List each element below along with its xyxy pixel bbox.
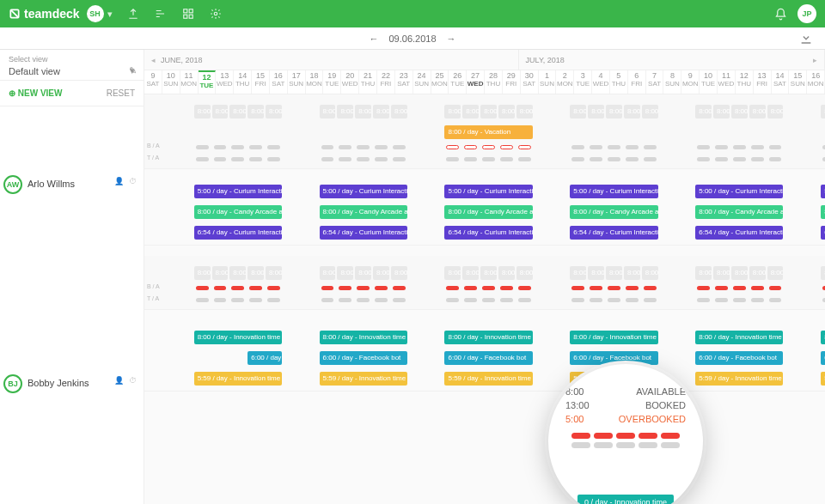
chevron-down-icon[interactable]: ▾: [107, 9, 113, 20]
booking-block[interactable]: 8:00 / day: [695, 266, 712, 280]
day-column[interactable]: 30SAT: [521, 70, 539, 94]
booking-block[interactable]: 8:00 / day: [266, 105, 282, 118]
booking-block[interactable]: 8:00 / day: [337, 105, 353, 118]
date-prev-icon[interactable]: ←: [369, 33, 378, 44]
day-column[interactable]: 23SAT: [395, 70, 413, 94]
booking-block[interactable]: 8:00 / day: [749, 266, 766, 280]
booking-block[interactable]: 8:00 / day: [570, 105, 586, 118]
booking-block[interactable]: 8:00 / day: [229, 105, 246, 118]
booking-block[interactable]: 8:00 / day: [337, 266, 353, 280]
day-column[interactable]: 15FRI: [252, 70, 270, 94]
booking-block[interactable]: 5:59 / day - Innovation time off: [320, 372, 407, 386]
booking-block[interactable]: 8:00 / day: [606, 266, 622, 280]
resource-row[interactable]: BJ Bobby Jenkins 👤⏱: [0, 371, 144, 464]
booking-block[interactable]: 8:00 / day: [713, 266, 730, 280]
current-date[interactable]: 09.06.2018: [388, 33, 436, 44]
booking-block[interactable]: 8:00 / day: [355, 266, 371, 280]
booking-block[interactable]: 8:00 / day: [588, 105, 604, 118]
gear-icon[interactable]: [209, 7, 223, 21]
booking-block[interactable]: 8:00 / day: [444, 105, 461, 118]
booking-block[interactable]: 8:00 / day: [821, 105, 825, 118]
booking-block[interactable]: 6:00 / day - Facebook bot: [695, 351, 783, 365]
booking-block[interactable]: 8:00 / day: [480, 105, 497, 118]
booking-block[interactable]: 8:00 / day - Innovation time off: [194, 331, 282, 344]
booking-block[interactable]: 6:54 / day - Curium Interactive: [320, 226, 407, 240]
schedule-canvas[interactable]: 8:00 / day8:00 / day8:00 / day8:00 / day…: [144, 94, 825, 397]
booking-block[interactable]: 8:00 / day - Candy Arcade app: [444, 205, 532, 219]
booking-block[interactable]: 5:00 / day - Curium Interactive: [444, 185, 532, 198]
day-column[interactable]: 6FRI: [628, 70, 646, 94]
booking-block[interactable]: 5:59 / day - Innovation time off: [194, 372, 282, 386]
day-column[interactable]: 12TUE: [199, 70, 217, 94]
booking-block[interactable]: 8:00 / day - Innovation time off: [821, 331, 825, 344]
day-column[interactable]: 4WED: [592, 70, 610, 94]
bell-icon[interactable]: [773, 7, 787, 21]
booking-block[interactable]: 8:00 / day - Vacation: [444, 125, 532, 139]
day-column[interactable]: 19TUE: [323, 70, 341, 94]
day-column[interactable]: 10SUN: [162, 70, 180, 94]
booking-block[interactable]: 6:00 / day - Facebook bot: [821, 351, 825, 365]
booking-block[interactable]: 8:00 / day: [212, 105, 229, 118]
booking-block[interactable]: 8:00 / day: [516, 266, 533, 280]
month-right[interactable]: JULY, 2018▸: [519, 50, 825, 70]
day-column[interactable]: 1SUN: [539, 70, 557, 94]
day-column[interactable]: 14THU: [234, 70, 252, 94]
booking-block[interactable]: 8:00 / day: [642, 105, 658, 118]
month-left[interactable]: ◂JUNE, 2018: [144, 50, 519, 70]
booking-block[interactable]: 8:00 / day - Candy Arcade app: [320, 205, 407, 219]
booking-block[interactable]: 8:00 / day: [713, 105, 730, 118]
booking-block[interactable]: 6:00 / day - Facebook bot: [444, 351, 532, 365]
day-column[interactable]: 12THU: [736, 70, 754, 94]
booking-block[interactable]: 5:00 / day - Curium Interactive: [695, 185, 783, 198]
booking-block[interactable]: 8:00 / day: [462, 266, 479, 280]
booking-block[interactable]: 5:59 / day - Innovation time off: [444, 372, 532, 386]
booking-block[interactable]: 8:00 / day: [624, 266, 640, 280]
booking-block[interactable]: 8:00 / day: [462, 105, 479, 118]
booking-block[interactable]: 8:00 / day - Candy Arcade app: [570, 205, 657, 219]
booking-block[interactable]: 6:00 / day - Facebook bot: [570, 351, 657, 365]
reset-button[interactable]: RESET: [107, 88, 135, 98]
booking-block[interactable]: 8:00 / day: [320, 105, 336, 118]
day-column[interactable]: 17SUN: [288, 70, 306, 94]
booking-block[interactable]: 5:59 / day - Innovation time off: [821, 372, 825, 386]
booking-block[interactable]: 8:00 / day: [194, 105, 211, 118]
export-icon[interactable]: [126, 7, 140, 21]
day-column[interactable]: 21THU: [359, 70, 377, 94]
view-selector[interactable]: Select view Default view ▾ ✎: [0, 50, 144, 81]
booking-block[interactable]: 8:00 / day - Candy Arcade app: [821, 205, 825, 219]
booking-block[interactable]: 5:00 / day - Curium Interactive: [570, 185, 657, 198]
booking-block[interactable]: 8:00 / day: [642, 266, 658, 280]
booking-block[interactable]: 8:00 / day: [444, 266, 461, 280]
booking-block[interactable]: 5:00 / day - Curium Interactive: [320, 185, 407, 198]
day-column[interactable]: 18MON: [306, 70, 324, 94]
workspace-avatar[interactable]: SH: [87, 5, 104, 22]
booking-block[interactable]: 6:00 / day - Facebook bot: [320, 351, 407, 365]
booking-block[interactable]: 8:00 / day: [731, 266, 748, 280]
booking-block[interactable]: 8:00 / day: [498, 266, 515, 280]
day-column[interactable]: 29FRI: [503, 70, 521, 94]
booking-block[interactable]: 6:54 / day - Curium Interactive: [821, 226, 825, 240]
booking-block[interactable]: 8:00 / day: [266, 266, 282, 280]
booking-block[interactable]: 8:00 / day: [229, 266, 246, 280]
booking-block[interactable]: 8:00 / day - Innovation time off: [444, 331, 532, 344]
booking-block[interactable]: 8:00 / day - Candy Arcade app: [194, 205, 282, 219]
edit-view-icon[interactable]: ✎: [129, 65, 137, 76]
booking-block[interactable]: 8:00 / day: [570, 266, 586, 280]
booking-block[interactable]: 8:00 / day: [194, 266, 211, 280]
day-column[interactable]: 10TUE: [700, 70, 718, 94]
booking-block[interactable]: 6:00 / day: [248, 351, 282, 365]
booking-block[interactable]: 8:00 / day: [480, 266, 497, 280]
timeline-icon[interactable]: [154, 7, 168, 21]
day-column[interactable]: 2MON: [556, 70, 574, 94]
day-column[interactable]: 28THU: [485, 70, 503, 94]
day-column[interactable]: 13FRI: [754, 70, 772, 94]
booking-block[interactable]: 8:00 / day: [516, 105, 533, 118]
booking-block[interactable]: 6:54 / day - Curium Interactive: [695, 226, 783, 240]
booking-block[interactable]: 8:00 / day: [821, 266, 825, 280]
chevron-right-icon[interactable]: ▸: [813, 56, 817, 64]
day-column[interactable]: 22FRI: [377, 70, 395, 94]
day-column[interactable]: 9MON: [681, 70, 700, 94]
booking-block[interactable]: 8:00 / day: [695, 105, 712, 118]
day-column[interactable]: 16MON: [807, 70, 825, 94]
day-column[interactable]: 16SAT: [270, 70, 288, 94]
